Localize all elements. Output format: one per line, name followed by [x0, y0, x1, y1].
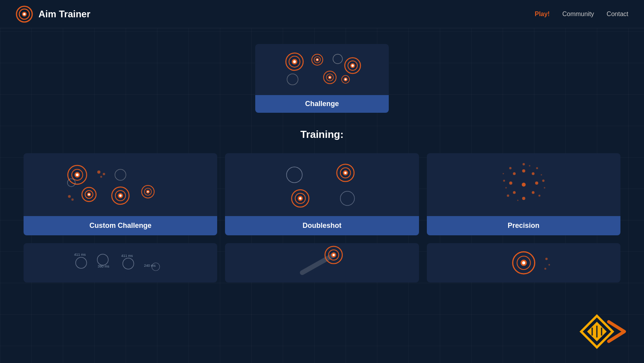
- svg-point-30: [103, 173, 105, 175]
- doubleshot-preview: [225, 153, 419, 216]
- navbar: Aim Trainer Play! Community Contact: [0, 0, 644, 28]
- svg-point-79: [503, 173, 504, 174]
- svg-point-28: [76, 174, 79, 176]
- svg-point-68: [536, 167, 538, 169]
- svg-point-73: [509, 167, 511, 169]
- brand: Aim Trainer: [16, 6, 90, 23]
- svg-point-24: [345, 79, 347, 81]
- svg-point-66: [513, 172, 516, 175]
- svg-point-31: [100, 176, 102, 178]
- challenge-card-label: Challenge: [255, 95, 389, 113]
- challenge-card-preview: [255, 44, 389, 95]
- challenge-card[interactable]: Challenge: [255, 44, 389, 113]
- precision-label: Precision: [427, 216, 620, 235]
- svg-text:411 ms: 411 ms: [74, 253, 86, 257]
- flick-targets: [427, 243, 620, 282]
- svg-point-17: [287, 74, 298, 85]
- svg-point-16: [351, 64, 354, 67]
- brand-title: Aim Trainer: [38, 9, 90, 20]
- tracking-card[interactable]: [225, 243, 419, 282]
- nav-community[interactable]: Community: [562, 11, 594, 18]
- svg-point-7: [293, 60, 296, 63]
- main-content: Challenge Training:: [0, 28, 644, 298]
- svg-point-58: [521, 183, 525, 187]
- flick-preview: [427, 243, 620, 282]
- custom-challenge-label: Custom Challenge: [24, 216, 217, 235]
- timing-preview: 411 ms 390 ms 411 ms 240 ms: [24, 243, 217, 282]
- svg-point-76: [543, 187, 545, 189]
- svg-point-56: [299, 197, 302, 200]
- svg-text:240 ms: 240 ms: [144, 264, 156, 268]
- svg-point-99: [544, 268, 546, 270]
- precision-targets: [427, 153, 620, 216]
- svg-point-96: [522, 261, 525, 264]
- doubleshot-card[interactable]: Doubleshot: [225, 153, 419, 235]
- custom-challenge-preview: [24, 153, 217, 216]
- timing-card[interactable]: 411 ms 390 ms 411 ms 240 ms: [24, 243, 217, 282]
- timing-targets: 411 ms 390 ms 411 ms 240 ms: [24, 243, 217, 282]
- svg-point-72: [503, 180, 505, 182]
- svg-point-78: [505, 187, 507, 189]
- svg-point-74: [529, 165, 530, 167]
- svg-point-70: [538, 195, 540, 197]
- svg-point-59: [522, 169, 525, 172]
- nav-contact[interactable]: Contact: [607, 11, 628, 18]
- svg-point-71: [507, 194, 509, 197]
- svg-point-67: [522, 163, 525, 165]
- svg-point-42: [119, 194, 122, 197]
- brand-logo-icon: [16, 6, 33, 23]
- svg-point-75: [541, 174, 542, 176]
- svg-point-29: [97, 170, 101, 174]
- svg-point-46: [147, 191, 149, 192]
- svg-point-97: [545, 258, 547, 260]
- svg-point-63: [522, 197, 525, 200]
- svg-point-77: [517, 200, 519, 201]
- precision-card[interactable]: Precision: [427, 153, 620, 235]
- svg-point-61: [535, 182, 538, 185]
- svg-text:411 ms: 411 ms: [121, 254, 133, 258]
- svg-point-62: [532, 191, 534, 194]
- svg-point-64: [513, 191, 516, 194]
- svg-point-11: [317, 59, 318, 60]
- svg-point-80: [76, 257, 87, 268]
- tracking-preview: [225, 243, 419, 282]
- nav-links: Play! Community Contact: [535, 11, 628, 18]
- svg-point-21: [329, 77, 331, 78]
- svg-point-92: [333, 254, 335, 256]
- svg-point-82: [123, 258, 134, 269]
- svg-point-48: [287, 167, 302, 183]
- doubleshot-label: Doubleshot: [225, 216, 419, 235]
- svg-point-69: [542, 180, 544, 182]
- doubleshot-targets: [225, 153, 419, 216]
- svg-point-32: [115, 169, 126, 180]
- watermark: [565, 308, 636, 355]
- svg-point-3: [23, 13, 26, 15]
- tracking-targets: [225, 243, 419, 282]
- precision-preview: [427, 153, 620, 216]
- svg-point-60: [532, 172, 534, 175]
- custom-challenge-card[interactable]: Custom Challenge: [24, 153, 217, 235]
- svg-point-81: [97, 254, 108, 265]
- custom-challenge-targets: [24, 153, 217, 216]
- svg-point-65: [509, 182, 512, 185]
- training-title: Training:: [24, 128, 620, 141]
- hero-section: Challenge: [24, 44, 620, 113]
- svg-point-37: [68, 195, 71, 198]
- svg-point-12: [333, 54, 342, 64]
- nav-play[interactable]: Play!: [535, 11, 550, 18]
- svg-point-38: [71, 198, 74, 201]
- svg-text:390 ms: 390 ms: [98, 264, 110, 268]
- bottom-cards-grid: 411 ms 390 ms 411 ms 240 ms: [24, 243, 620, 282]
- svg-point-98: [548, 264, 550, 266]
- svg-point-36: [88, 194, 90, 196]
- training-cards-grid: Custom Challenge: [24, 153, 620, 235]
- svg-point-52: [344, 172, 347, 174]
- watermark-icon: [565, 308, 636, 355]
- flick-card[interactable]: [427, 243, 620, 282]
- svg-point-57: [340, 191, 355, 205]
- challenge-targets: [259, 44, 385, 95]
